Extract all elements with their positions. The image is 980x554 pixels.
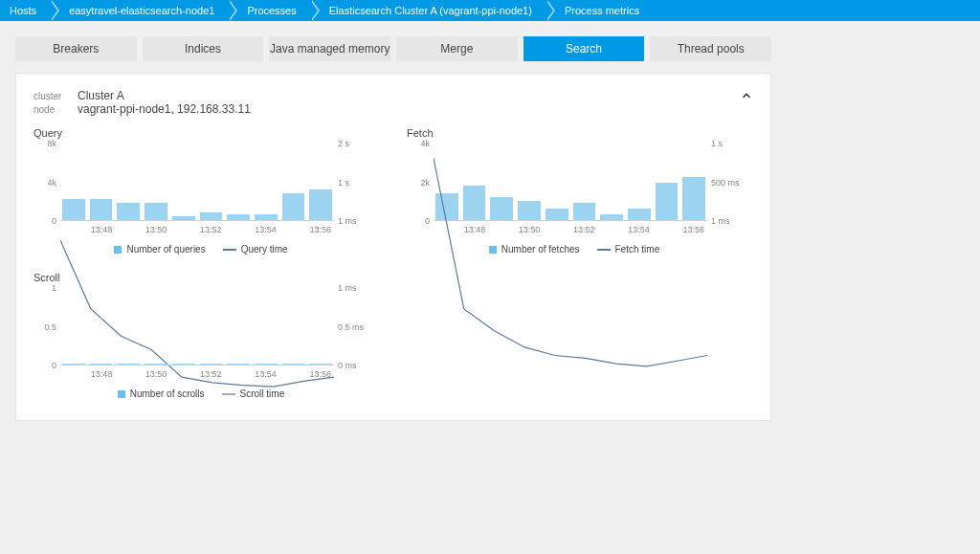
bar-chart-icon bbox=[489, 246, 497, 254]
x-axis: x13:48x13:50x13:52x13:54x13:56 bbox=[33, 225, 368, 234]
chart-title: Query bbox=[33, 127, 368, 139]
line-chart-icon bbox=[223, 249, 236, 251]
collapse-toggle[interactable] bbox=[740, 89, 753, 105]
crumb-processes[interactable]: Processes bbox=[228, 0, 309, 21]
tab-breakers[interactable]: Breakers bbox=[15, 36, 137, 61]
chart-legend: Number of queries Query time bbox=[33, 244, 368, 255]
node-meta: cluster Cluster A node vagrant-ppi-node1… bbox=[33, 89, 753, 116]
chart-plot: 10.50 1 ms0.5 ms0 ms bbox=[60, 289, 334, 366]
bar-chart-icon bbox=[118, 390, 125, 398]
y-axis-left: 4k2k0 bbox=[407, 139, 430, 226]
tab-threadpools[interactable]: Thread pools bbox=[650, 36, 771, 61]
crumb-hosts[interactable]: Hosts bbox=[0, 0, 50, 21]
tab-indices[interactable]: Indices bbox=[143, 36, 264, 61]
y-axis-left: 10.50 bbox=[33, 283, 56, 370]
chart-title: Scroll bbox=[33, 272, 368, 283]
metrics-card: cluster Cluster A node vagrant-ppi-node1… bbox=[15, 73, 771, 421]
breadcrumb: Hosts easytravel-elasticsearch-node1 Pro… bbox=[0, 0, 980, 21]
chart-scroll: Scroll 10.50 1 ms0.5 ms0 ms x13:48x13:50… bbox=[33, 272, 368, 399]
node-value: vagrant-ppi-node1, 192.168.33.11 bbox=[78, 102, 251, 116]
tab-jvm[interactable]: Java managed memory bbox=[269, 36, 390, 61]
crumb-process[interactable]: Elasticsearch Cluster A (vagrant-ppi-nod… bbox=[310, 0, 546, 21]
chevron-up-icon bbox=[740, 89, 753, 102]
tab-search[interactable]: Search bbox=[523, 36, 645, 61]
chart-legend: Number of fetches Fetch time bbox=[407, 244, 742, 255]
metric-tabs: Breakers Indices Java managed memory Mer… bbox=[15, 36, 771, 61]
chart-title: Fetch bbox=[407, 127, 742, 139]
node-label: node bbox=[33, 104, 68, 115]
line-chart-icon bbox=[222, 393, 235, 395]
cluster-value: Cluster A bbox=[78, 89, 124, 102]
chart-bars bbox=[60, 289, 334, 365]
chart-legend: Number of scrolls Scroll time bbox=[33, 388, 368, 399]
crumb-host[interactable]: easytravel-elasticsearch-node1 bbox=[50, 0, 228, 21]
y-axis-right: 1 s500 ms1 ms bbox=[711, 139, 742, 226]
crumb-metrics[interactable]: Process metrics bbox=[546, 0, 653, 21]
x-axis: x13:48x13:50x13:52x13:54x13:56 bbox=[407, 225, 742, 234]
y-axis-left: 8k4k0 bbox=[33, 139, 56, 226]
x-axis: x13:48x13:50x13:52x13:54x13:56 bbox=[33, 369, 368, 379]
chart-bars bbox=[434, 144, 707, 220]
line-chart-icon bbox=[597, 249, 611, 251]
chart-plot: 4k2k0 1 s500 ms1 ms bbox=[434, 144, 707, 221]
cluster-label: cluster bbox=[33, 91, 68, 101]
tab-merge[interactable]: Merge bbox=[396, 36, 518, 61]
chart-fetch: Fetch 4k2k0 1 s500 ms1 ms x13:48x13:50x1… bbox=[407, 127, 742, 255]
y-axis-right: 1 ms0.5 ms0 ms bbox=[338, 283, 368, 370]
chart-bars bbox=[60, 144, 334, 220]
chart-plot: 8k4k0 2 s1 s1 ms bbox=[60, 144, 334, 221]
chart-query: Query 8k4k0 2 s1 s1 ms x13:48x13:50x13:5… bbox=[33, 127, 368, 255]
bar-chart-icon bbox=[114, 246, 122, 254]
y-axis-right: 2 s1 s1 ms bbox=[338, 139, 368, 226]
